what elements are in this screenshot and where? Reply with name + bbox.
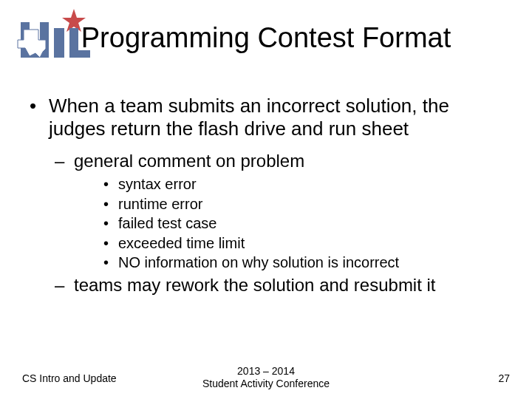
footer-center-line1: 2013 – 2014 bbox=[237, 365, 295, 377]
slide-body: When a team submits an incorrect solutio… bbox=[30, 95, 502, 299]
footer-center: 2013 – 2014 Student Activity Conference bbox=[0, 365, 532, 390]
bullet-level3: failed test case bbox=[30, 214, 502, 232]
slide-title: Programming Contest Format bbox=[0, 22, 532, 54]
bullet-level3: exceeded time limit bbox=[30, 234, 502, 252]
bullet-level2: general comment on problem bbox=[30, 150, 502, 172]
bullet-level3: runtime error bbox=[30, 195, 502, 213]
footer-center-line2: Student Activity Conference bbox=[202, 378, 330, 389]
bullet-level3: syntax error bbox=[30, 175, 502, 193]
bullet-level3: NO information on why solution is incorr… bbox=[30, 253, 502, 271]
page-number: 27 bbox=[498, 372, 510, 384]
bullet-level1: When a team submits an incorrect solutio… bbox=[30, 95, 502, 140]
bullet-level2: teams may rework the solution and resubm… bbox=[30, 274, 502, 296]
slide: Programming Contest Format When a team s… bbox=[0, 0, 532, 399]
